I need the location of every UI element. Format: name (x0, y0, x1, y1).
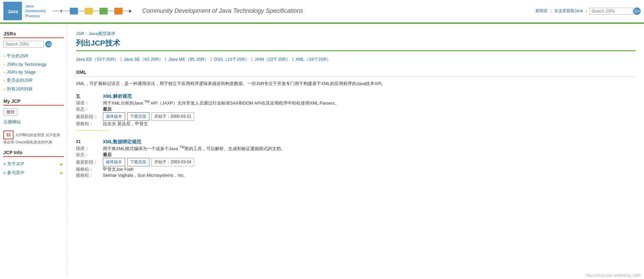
breadcrumb: JSR：Java规范请求 (76, 31, 636, 37)
diag-line3 (78, 11, 85, 11)
jsr-row-title: 五 XML解析规范 (76, 93, 636, 100)
jsr-row-phase: 最新阶段： 最终版本 下载页面 开始于：2000-03-21 (76, 112, 636, 121)
jsr-row-status: 状态： 最后 (76, 152, 636, 158)
filter-jain[interactable]: JAIN（22个JSR） (255, 56, 290, 62)
filter-sep: | (251, 56, 252, 62)
arrow-icon: » (3, 62, 5, 66)
filter-xml[interactable]: XML（18个JSR） (295, 56, 331, 62)
arrow-icon: » (3, 70, 5, 74)
filter-java-se[interactable]: Java SE（63 JSR） (124, 56, 163, 62)
signin-row: 签到 (3, 108, 64, 116)
desc-value: 用于XML分析的Java TM API（JAXP）允许开发人员通过行业标准SAX… (103, 100, 636, 106)
filter-tabs: Java EE（53个JSR） | Java SE（63 JSR） | Java… (76, 56, 636, 62)
header-search-input[interactable] (589, 8, 633, 15)
sidebar-footer: 31JCP网站的使用受 JCP使用条款和 Oracle隐私政策的约束 (3, 131, 64, 145)
section-header: XML (76, 69, 636, 77)
sidebar-item-by-stage[interactable]: » JSRs by Stage (3, 68, 64, 76)
sidebar-item-platform-jsr[interactable]: » 平台的JSR (3, 52, 64, 60)
sidebar-item-by-tech[interactable]: » JSRs by Technology (3, 60, 64, 68)
sidebar-search-button[interactable]: Go (45, 41, 52, 48)
download-page-btn[interactable]: 下载页面 (127, 158, 149, 166)
sidebar: JSRs Go » 平台的JSR » JSRs by Technology » … (0, 24, 67, 276)
sidebar-search-input[interactable] (3, 41, 44, 48)
status-label: 状态： (76, 106, 103, 112)
page-header: Java Java Community Process ▼ Communit (0, 0, 644, 23)
sidebar-search: Go (3, 41, 64, 48)
status-label: 状态： (76, 152, 103, 158)
right-arrow-icon: ► (59, 162, 64, 167)
spec-lead-label: 规格铅： (76, 166, 103, 172)
nav-separator2: | (586, 9, 587, 13)
signin-button[interactable]: 签到 (3, 108, 18, 116)
jsr-row-phase: 最新阶段： 最终版本 下载页面 开始于：2003-03-04 (76, 158, 636, 166)
header-right: 新闻室 | 在这里获取Java | Go (535, 7, 641, 15)
jsr-table-1: 五 XML解析规范 描述： 用于XML分析的Java TM API（JAXP）允… (76, 93, 636, 127)
arrow-icon: » (3, 87, 5, 91)
diag-box-orange (114, 8, 122, 15)
jsr-row-status: 状态： 最后 (76, 106, 636, 112)
diag-line6 (122, 11, 129, 11)
diag-box-blue (70, 8, 78, 15)
jsr-row-spec2: 规格铅： Sekhar Vajjhala，Sun Microsystems，In… (76, 172, 636, 178)
logo-text: Java Community Process (25, 4, 46, 18)
register-link[interactable]: 注册网站 (3, 118, 64, 127)
item-label: » 参与其中 (3, 170, 25, 176)
sidebar-item-participate[interactable]: » 参与其中 ► (3, 168, 64, 177)
header-tagline: Community Development of Java Technology… (142, 7, 303, 15)
filter-sep: | (210, 56, 211, 62)
desc-label: 描述： (76, 145, 103, 152)
jsr-title-link[interactable]: XML解析规范 (103, 93, 132, 99)
jsrs-section-title: JSRs (3, 31, 64, 38)
spec-lead2-label: 规格铅： (76, 172, 103, 178)
diag-box-yellow (85, 8, 93, 15)
sidebar-item-about-jcp[interactable]: » 关于JCP ► (3, 160, 64, 168)
phase-buttons: 最终版本 下载页面 开始于：2003-03-04 (103, 158, 636, 166)
jsr-entry-1: 五 XML解析规范 描述： 用于XML分析的Java TM API（JAXP）允… (76, 93, 636, 131)
header-search: Go (589, 7, 641, 15)
arrow-icon: » (3, 54, 5, 58)
filter-sep: | (292, 56, 293, 62)
news-link[interactable]: 新闻室 (535, 8, 548, 14)
watermark: https://blog.csdn.net/binjing_1993 (585, 273, 641, 276)
jsr-number: 五 (76, 93, 103, 100)
final-release-btn[interactable]: 最终版本 (103, 158, 125, 166)
phase-date: 开始于：2003-03-04 (151, 158, 194, 166)
sidebar-item-all-jsr[interactable]: » 所有JSR列表 (3, 85, 64, 93)
status-value: 最后 (103, 106, 636, 112)
badge-number: 31 (3, 131, 13, 139)
page-title: 列出JCP技术 (76, 38, 636, 48)
jsr-row-spec: 规格铅： 拉吉夫 莫达尼，甲骨文 (76, 121, 636, 127)
filter-java-me[interactable]: Java ME（85 JSR） (168, 56, 208, 62)
jsr-title-link[interactable]: XML数据绑定规范 (103, 139, 141, 144)
title-underline (76, 50, 636, 51)
svg-text:Java: Java (7, 9, 18, 14)
jsr-row-spec1: 规格铅： 甲骨文Joe Fialli (76, 166, 636, 172)
filter-sep: | (120, 56, 121, 62)
header-search-button[interactable]: Go (633, 7, 641, 15)
jsr-row-desc: 描述： 用于将XML模式编译为一个或多个Java TM类的工具，可以解析、生成和… (76, 145, 636, 152)
final-release-btn[interactable]: 最终版本 (103, 112, 125, 121)
logo-line2: Community (25, 8, 46, 13)
filter-java-ee[interactable]: Java EE（53个JSR） (76, 56, 118, 62)
jcp-info-title: JCP Info (3, 150, 64, 157)
diag-triangle (129, 9, 132, 13)
spec-lead-label: 规格铅： (76, 121, 103, 127)
arrow-icon: » (3, 78, 5, 82)
jsr-row-title: 31 XML数据绑定规范 (76, 139, 636, 145)
sidebar-item-label: 所有JSR列表 (7, 86, 33, 92)
sidebar-item-committee-jsr[interactable]: » 委员会的JSR (3, 76, 64, 85)
get-java-link[interactable]: 在这里获取Java (554, 8, 583, 14)
phase-label: 最新阶段： (76, 112, 103, 121)
my-jcp-title: My JCP (3, 99, 64, 106)
filter-oss[interactable]: OSS（13个JSR） (214, 56, 249, 62)
diag-line2 (63, 11, 70, 11)
nav-separator: | (550, 9, 551, 13)
filter-sep: | (165, 56, 166, 62)
item-label: » 关于JCP (3, 161, 24, 167)
jsr-row-desc: 描述： 用于XML分析的Java TM API（JAXP）允许开发人员通过行业标… (76, 100, 636, 106)
spec-lead-value: 甲骨文Joe Fialli (103, 166, 636, 172)
download-page-btn[interactable]: 下载页面 (127, 112, 149, 121)
spec-lead-value: 拉吉夫 莫达尼，甲骨文 (103, 121, 636, 127)
layout: JSRs Go » 平台的JSR » JSRs by Technology » … (0, 24, 644, 276)
main-content: JSR：Java规范请求 列出JCP技术 Java EE（53个JSR） | J… (67, 24, 644, 276)
